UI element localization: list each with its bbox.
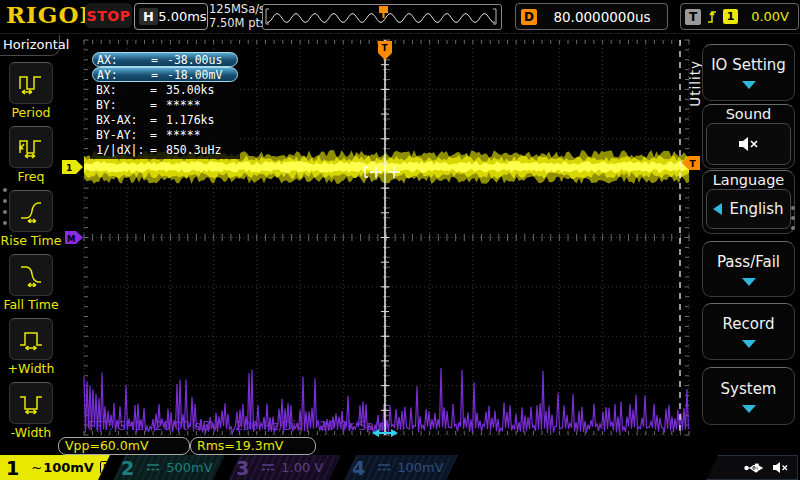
trigger-label: T <box>685 9 701 25</box>
channel-scale: 500mV <box>166 460 212 475</box>
menu-item-system[interactable]: System <box>702 367 795 425</box>
menu-item-freq[interactable]: Freq <box>0 126 62 184</box>
speaker-muted-icon <box>737 135 761 153</box>
menu-item-label: +Width <box>0 361 62 376</box>
waveform-preview <box>262 4 502 30</box>
system-status-icons <box>706 455 798 480</box>
menu-item-period[interactable]: Period <box>0 62 62 120</box>
ac-coupling-icon: ~ <box>31 460 42 475</box>
channel-number: 2 <box>121 457 134 479</box>
timebase-display: H 5.00ms <box>134 3 208 30</box>
cursor-row: BX:=35.00ks <box>92 82 238 97</box>
channel-number: 3 <box>236 457 249 479</box>
svg-text:T: T <box>382 43 389 53</box>
channel-3-status[interactable]: 3 1.00 V <box>228 455 341 480</box>
channel-2-status[interactable]: 2 500mV <box>113 455 225 480</box>
timebase-value: 5.00ms <box>158 9 207 24</box>
cursor-row: AY:=-18.00mV <box>92 67 238 82</box>
plus-width-icon[interactable] <box>9 318 53 360</box>
menu-item-io-setting[interactable]: IO Setting <box>702 44 795 101</box>
ch1-ground-marker: 1 <box>62 160 83 174</box>
left-page-indicator-dots <box>3 188 7 225</box>
dc-coupling-icon <box>146 463 160 472</box>
cursor-row: BY:=***** <box>92 97 238 112</box>
fall-time-icon[interactable] <box>9 254 53 296</box>
channel-number: 4 <box>352 457 365 479</box>
preview-wave <box>263 5 499 27</box>
menu-item-fall-time[interactable]: Fall Time <box>0 254 62 312</box>
brand-logo: RIGOL <box>6 1 97 28</box>
svg-text:T: T <box>690 159 697 169</box>
sound-toggle[interactable] <box>706 123 791 165</box>
sample-rate: 125MSa/s <box>209 2 266 16</box>
svg-text:M: M <box>67 234 75 244</box>
memory-depth: 7.50M pts <box>209 16 266 30</box>
menu-item-sound[interactable]: Sound <box>702 104 795 169</box>
svg-text:1: 1 <box>66 163 72 173</box>
usb-icon <box>744 462 764 474</box>
rms-measurement-badge: Rms=19.3mV <box>190 437 316 455</box>
chevron-down-icon <box>742 278 756 286</box>
menu-item-minus-width[interactable]: -Width <box>0 382 62 440</box>
cursor-row: BX-AX:=1.176ks <box>92 112 238 127</box>
language-select[interactable]: English <box>706 189 791 229</box>
chevron-down-icon <box>742 405 756 413</box>
trigger-level-value: 0.00V <box>751 9 789 24</box>
delay-label: D <box>521 9 537 25</box>
menu-item-label: Fall Time <box>0 297 62 312</box>
channel-number: 1 <box>6 457 19 479</box>
top-status-bar: RIGOL STOP H 5.00ms 125MSa/s 7.50M pts D… <box>0 0 800 34</box>
fft-status-text: FFT: CH1 20.00 dBV 200 Hz/Div 20.0k Sa/s <box>88 418 385 433</box>
freq-icon[interactable] <box>9 126 53 168</box>
cursor-row: BY-AY:=***** <box>92 127 238 142</box>
language-value: English <box>729 200 783 218</box>
menu-item-pass-fail[interactable]: Pass/Fail <box>702 241 795 297</box>
delay-display: D 80.0000000us <box>515 3 668 30</box>
menu-item-label: -Width <box>0 425 62 440</box>
horizontal-label: H <box>139 8 158 25</box>
channel-4-status[interactable]: 4 100mV <box>344 455 458 480</box>
trigger-display: T 1 0.00V <box>680 3 799 30</box>
math-marker: M <box>65 231 83 244</box>
left-menu-title: Horizontal <box>0 35 60 56</box>
channel-scale: 100mV <box>397 460 443 475</box>
period-icon[interactable] <box>9 62 53 104</box>
minus-width-icon[interactable] <box>9 382 53 424</box>
trigger-source-badge: 1 <box>723 9 738 24</box>
bandwidth-limit-badge: B <box>100 461 113 474</box>
chevron-left-icon <box>713 203 722 215</box>
menu-item-record[interactable]: Record <box>702 303 795 360</box>
menu-item-language[interactable]: Language English <box>702 170 795 234</box>
cursor-row: AX:=-38.00us <box>92 52 238 67</box>
dc-coupling-icon <box>377 463 391 472</box>
run-state-indicator: STOP <box>85 3 132 28</box>
rising-edge-icon <box>706 9 718 25</box>
cursor-readout-panel: AX:=-38.00us AY:=-18.00mV BX:=35.00ks BY… <box>90 50 240 159</box>
channel-scale: 1.00 V <box>281 460 323 475</box>
right-page-indicator-dots <box>791 206 795 230</box>
menu-item-label: Period <box>0 105 62 120</box>
menu-item-plus-width[interactable]: +Width <box>0 318 62 376</box>
cursor-row: 1/|dX|:=850.3uHz <box>92 142 238 157</box>
speaker-muted-icon <box>772 461 789 474</box>
oscilloscope-screen: RIGOL STOP H 5.00ms 125MSa/s 7.50M pts D… <box>0 0 800 480</box>
dc-coupling-icon <box>261 463 275 472</box>
chevron-down-icon <box>742 81 756 89</box>
menu-item-label: Freq <box>0 169 62 184</box>
delay-value: 80.0000000us <box>537 9 667 25</box>
sample-rate-display: 125MSa/s 7.50M pts <box>209 2 266 30</box>
channel-scale: 100mV <box>43 460 94 475</box>
chevron-down-icon <box>742 340 756 348</box>
channel-1-status[interactable]: 1 ~ 100mV B <box>0 455 110 480</box>
menu-item-label: Rise Time <box>0 233 62 248</box>
rise-time-icon[interactable] <box>9 190 53 232</box>
vpp-measurement-badge: Vpp=60.0mV <box>58 437 190 455</box>
trigger-position-marker: T <box>378 41 392 60</box>
menu-item-rise-time[interactable]: Rise Time <box>0 190 62 248</box>
